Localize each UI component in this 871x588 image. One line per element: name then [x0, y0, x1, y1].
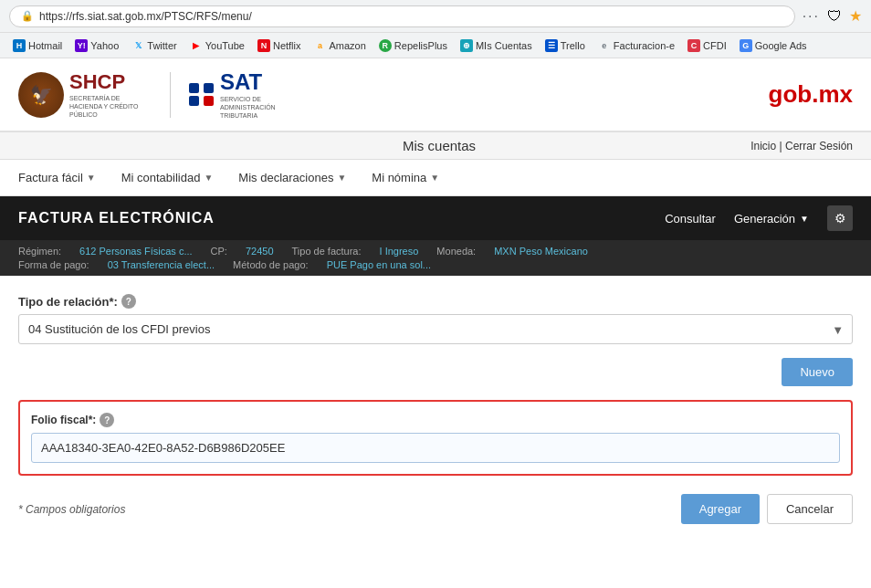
bookmark-star-icon[interactable]: ★ — [849, 7, 862, 25]
bookmarks-bar: H Hotmail Y! Yahoo 𝕏 Twitter ▶ YouTube N… — [0, 33, 871, 58]
nav-mi-nomina-arrow: ▼ — [430, 173, 439, 183]
folio-fiscal-help-icon[interactable]: ? — [100, 413, 114, 427]
nuevo-button[interactable]: Nuevo — [782, 358, 853, 386]
bookmark-repelisplus-label: RepelisPlus — [394, 40, 447, 51]
bookmark-miscuentas[interactable]: ⊕ MIs Cuentas — [455, 37, 538, 54]
facturacion-icon: e — [598, 39, 611, 52]
nav-mis-declaraciones[interactable]: Mis declaraciones ▼ — [235, 167, 350, 188]
metodo-pago-label: Método de pago: — [233, 259, 309, 270]
bookmark-twitter[interactable]: 𝕏 Twitter — [126, 37, 182, 54]
tipo-relacion-label-text: Tipo de relación*: — [18, 295, 118, 309]
shcp-text-block: SHCP SECRETARÍA DE HACIENDA Y CRÉDITO PÚ… — [69, 70, 152, 119]
shield-icon: 🛡 — [827, 8, 842, 25]
bookmark-facturacion-label: Facturacion-e — [614, 40, 675, 51]
nav-mis-declaraciones-arrow: ▼ — [337, 173, 346, 183]
shcp-text: SHCP — [69, 70, 152, 94]
cancelar-button[interactable]: Cancelar — [767, 494, 853, 524]
yahoo-icon: Y! — [75, 39, 88, 52]
inicio-link[interactable]: Inicio — [750, 140, 776, 152]
sat-dot-2 — [204, 83, 214, 93]
bookmark-hotmail[interactable]: H Hotmail — [7, 37, 68, 54]
bottom-actions: * Campos obligatorios Agregar Cancelar — [18, 494, 853, 524]
generacion-arrow-icon: ▼ — [800, 214, 809, 224]
cerrar-sesion-link[interactable]: Cerrar Sesión — [785, 140, 853, 152]
mis-cuentas-title: Mis cuentas — [128, 138, 750, 153]
more-options-icon[interactable]: ··· — [803, 8, 820, 25]
regimen-label: Régimen: — [18, 246, 61, 257]
mis-cuentas-links: Inicio | Cerrar Sesión — [750, 140, 853, 152]
amazon-icon: a — [314, 39, 327, 52]
gob-suffix: .mx — [812, 80, 853, 108]
gob-mx-logo: gob.mx — [769, 80, 853, 109]
agregar-button[interactable]: Agregar — [681, 494, 760, 524]
repelisplus-icon: R — [379, 39, 392, 52]
bookmark-repelisplus[interactable]: R RepelisPlus — [373, 37, 453, 54]
bookmark-cfdi[interactable]: C CFDI — [682, 37, 732, 54]
sat-subtitle: SERVICIO DE ADMINISTRACIÓN TRIBUTARIA — [220, 95, 311, 120]
nav-menu: Factura fácil ▼ Mi contabilidad ▼ Mis de… — [0, 160, 871, 196]
nav-mi-contabilidad-arrow: ▼ — [204, 173, 213, 183]
content-area: Tipo de relación*: ? 04 Sustitución de l… — [0, 276, 871, 542]
bookmark-facturacion[interactable]: e Facturacion-e — [593, 37, 680, 54]
cfdi-icon: C — [687, 39, 700, 52]
shcp-emblem: 🦅 — [18, 72, 64, 118]
folio-fiscal-label: Folio fiscal*: ? — [31, 413, 840, 427]
bookmark-yahoo[interactable]: Y! Yahoo — [69, 37, 124, 54]
tipo-relacion-select-wrapper: 04 Sustitución de los CFDI previos ▼ — [18, 314, 853, 344]
nav-mi-nomina[interactable]: Mi nómina ▼ — [368, 167, 443, 188]
bookmark-googleads-label: Google Ads — [755, 40, 807, 51]
hotmail-icon: H — [13, 39, 26, 52]
shcp-subtitle: SECRETARÍA DE HACIENDA Y CRÉDITO PÚBLICO — [69, 94, 152, 119]
metodo-pago-value[interactable]: PUE Pago en una sol... — [327, 259, 431, 270]
folio-fiscal-box: Folio fiscal*: ? — [18, 400, 853, 476]
cp-value[interactable]: 72450 — [246, 246, 274, 257]
info-row-2: Forma de pago: 03 Transferencia elect...… — [18, 259, 853, 270]
browser-bar: 🔒 https://rfs.siat.sat.gob.mx/PTSC/RFS/m… — [0, 0, 871, 33]
twitter-icon: 𝕏 — [131, 39, 144, 52]
bookmark-amazon[interactable]: a Amazon — [309, 37, 372, 54]
tipo-factura-label: Tipo de factura: — [292, 246, 362, 257]
googleads-icon: G — [740, 39, 752, 52]
folio-fiscal-input[interactable] — [31, 433, 840, 463]
bookmark-hotmail-label: Hotmail — [28, 40, 62, 51]
nav-mi-contabilidad[interactable]: Mi contabilidad ▼ — [118, 167, 217, 188]
nav-mi-nomina-label: Mi nómina — [372, 171, 426, 184]
moneda-value[interactable]: MXN Peso Mexicano — [494, 246, 588, 257]
generacion-label: Generación — [734, 212, 795, 226]
lock-icon: 🔒 — [21, 10, 34, 22]
nav-factura-facil-arrow: ▼ — [87, 173, 96, 183]
bookmark-trello-label: Trello — [561, 40, 585, 51]
consultar-button[interactable]: Consultar — [665, 212, 716, 226]
tipo-relacion-group: Tipo de relación*: ? 04 Sustitución de l… — [18, 294, 853, 344]
trello-icon: ☰ — [545, 39, 558, 52]
bookmark-youtube[interactable]: ▶ YouTube — [184, 37, 250, 54]
tipo-relacion-select[interactable]: 04 Sustitución de los CFDI previos — [18, 314, 853, 344]
forma-pago-label: Forma de pago: — [18, 259, 89, 270]
nav-factura-facil[interactable]: Factura fácil ▼ — [15, 167, 100, 188]
sat-logo: SAT SERVICIO DE ADMINISTRACIÓN TRIBUTARI… — [189, 69, 311, 120]
generacion-button[interactable]: Generación ▼ — [734, 212, 809, 226]
tipo-relacion-help-icon[interactable]: ? — [121, 294, 136, 309]
gear-button[interactable]: ⚙ — [827, 205, 853, 231]
campos-obligatorios-text: * Campos obligatorios — [18, 503, 125, 516]
cfdi-actions: Consultar Generación ▼ ⚙ — [665, 205, 853, 231]
nav-mi-contabilidad-label: Mi contabilidad — [121, 171, 201, 184]
mis-cuentas-bar: Mis cuentas Inicio | Cerrar Sesión — [0, 132, 871, 160]
url-text: https://rfs.siat.sat.gob.mx/PTSC/RFS/men… — [39, 10, 252, 23]
sat-dot-1 — [189, 83, 199, 93]
url-bar[interactable]: 🔒 https://rfs.siat.sat.gob.mx/PTSC/RFS/m… — [9, 5, 795, 27]
bookmark-yahoo-label: Yahoo — [90, 40, 119, 51]
bookmark-netflix[interactable]: N Netflix — [252, 37, 307, 54]
bookmark-netflix-label: Netflix — [273, 40, 301, 51]
logo-section: 🦅 SHCP SECRETARÍA DE HACIENDA Y CRÉDITO … — [18, 69, 311, 120]
forma-pago-value[interactable]: 03 Transferencia elect... — [108, 259, 215, 270]
site-wrapper: 🦅 SHCP SECRETARÍA DE HACIENDA Y CRÉDITO … — [0, 58, 871, 542]
folio-fiscal-label-text: Folio fiscal*: — [31, 414, 96, 426]
nav-mis-declaraciones-label: Mis declaraciones — [238, 171, 333, 184]
tipo-factura-value[interactable]: I Ingreso — [380, 246, 419, 257]
cp-label: CP: — [211, 246, 227, 257]
bookmark-googleads[interactable]: G Google Ads — [734, 37, 813, 54]
miscuentas-icon: ⊕ — [460, 39, 473, 52]
regimen-value[interactable]: 612 Personas Físicas c... — [79, 246, 193, 257]
bookmark-trello[interactable]: ☰ Trello — [540, 37, 591, 54]
